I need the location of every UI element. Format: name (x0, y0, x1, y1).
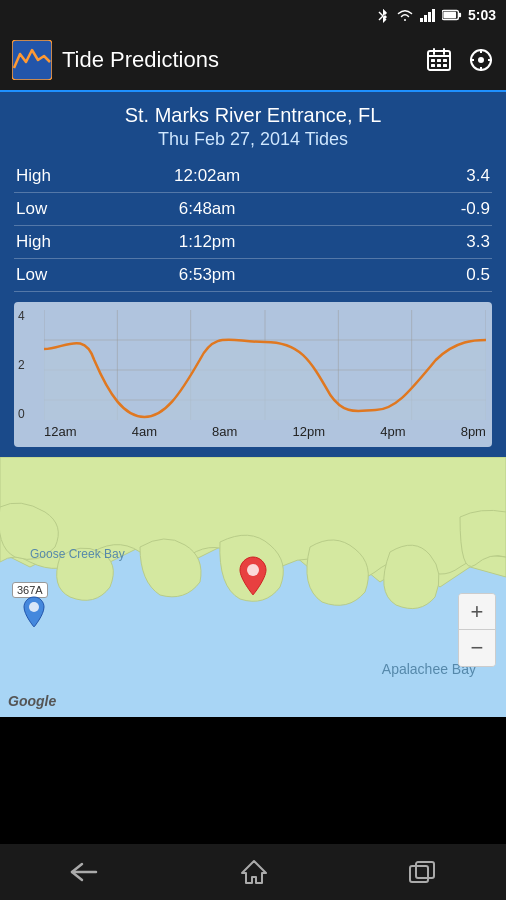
map-container[interactable]: Goose Creek Bay Apalachee Bay 367A Googl… (0, 457, 506, 717)
tide-row-0: High 12:02am 3.4 (14, 160, 492, 193)
chart-x-label-4: 4pm (380, 424, 405, 439)
zoom-controls: + − (458, 593, 496, 667)
svg-rect-19 (437, 64, 441, 67)
app-logo (12, 40, 52, 80)
date-line: Thu Feb 27, 2014 Tides (14, 129, 492, 150)
tide-value: 0.5 (340, 259, 492, 292)
svg-rect-17 (443, 59, 447, 62)
tide-value: 3.3 (340, 226, 492, 259)
svg-rect-5 (432, 9, 435, 22)
tide-chart (44, 310, 486, 420)
app-bar: Tide Predictions (0, 30, 506, 92)
y-label-4: 4 (18, 310, 25, 322)
svg-rect-4 (428, 12, 431, 22)
tide-type: Low (14, 259, 74, 292)
status-time: 5:03 (468, 7, 496, 23)
status-bar: 5:03 (0, 0, 506, 30)
y-label-0: 0 (18, 408, 25, 420)
svg-rect-16 (437, 59, 441, 62)
bottom-navigation (0, 844, 506, 900)
app-title: Tide Predictions (62, 47, 410, 73)
tide-row-1: Low 6:48am -0.9 (14, 193, 492, 226)
tide-type: High (14, 226, 74, 259)
home-button[interactable] (240, 859, 268, 885)
chart-x-label-5: 8pm (461, 424, 486, 439)
svg-rect-18 (431, 64, 435, 67)
svg-point-41 (29, 602, 39, 612)
tide-value: -0.9 (340, 193, 492, 226)
svg-rect-7 (459, 13, 461, 18)
svg-point-22 (478, 57, 484, 63)
svg-line-1 (379, 16, 383, 20)
battery-icon (442, 9, 462, 21)
svg-rect-20 (443, 64, 447, 67)
tide-type: Low (14, 193, 74, 226)
tide-table: High 12:02am 3.4 Low 6:48am -0.9 High 1:… (14, 160, 492, 292)
goose-creek-label: Goose Creek Bay (30, 547, 125, 561)
signal-icon (420, 8, 436, 22)
tide-type: High (14, 160, 74, 193)
zoom-in-button[interactable]: + (459, 594, 495, 630)
map-pin-blue (22, 595, 46, 633)
chart-x-label-2: 8am (212, 424, 237, 439)
svg-line-0 (379, 12, 383, 16)
main-content: St. Marks River Entrance, FL Thu Feb 27,… (0, 92, 506, 457)
tide-time: 1:12pm (74, 226, 340, 259)
chart-x-label-0: 12am (44, 424, 77, 439)
zoom-out-button[interactable]: − (459, 630, 495, 666)
svg-rect-45 (416, 862, 434, 878)
svg-rect-2 (420, 18, 423, 22)
tide-row-2: High 1:12pm 3.3 (14, 226, 492, 259)
chart-x-label-1: 4am (132, 424, 157, 439)
recent-apps-button[interactable] (408, 860, 436, 884)
svg-rect-44 (410, 866, 428, 882)
google-logo: Google (8, 693, 56, 709)
tide-value: 3.4 (340, 160, 492, 193)
tide-time: 6:53pm (74, 259, 340, 292)
svg-rect-8 (443, 12, 456, 18)
svg-rect-3 (424, 15, 427, 22)
location-icon[interactable] (468, 47, 494, 73)
y-label-2: 2 (18, 359, 25, 371)
map-pin-red (238, 555, 268, 601)
tide-row-3: Low 6:53pm 0.5 (14, 259, 492, 292)
svg-marker-43 (242, 861, 266, 883)
tide-time: 12:02am (74, 160, 340, 193)
svg-rect-15 (431, 59, 435, 62)
y-axis: 0 2 4 (18, 310, 25, 420)
svg-point-40 (247, 564, 259, 576)
tide-time: 6:48am (74, 193, 340, 226)
chart-container: 0 2 4 12am4am8am12pm4pm (14, 302, 492, 447)
back-button[interactable] (70, 860, 100, 884)
chart-x-label-3: 12pm (293, 424, 326, 439)
calendar-icon[interactable] (426, 47, 452, 73)
chart-x-labels: 12am4am8am12pm4pm8pm (44, 422, 486, 439)
wifi-icon (396, 8, 414, 22)
location-name: St. Marks River Entrance, FL (14, 104, 492, 127)
bluetooth-icon (376, 7, 390, 23)
